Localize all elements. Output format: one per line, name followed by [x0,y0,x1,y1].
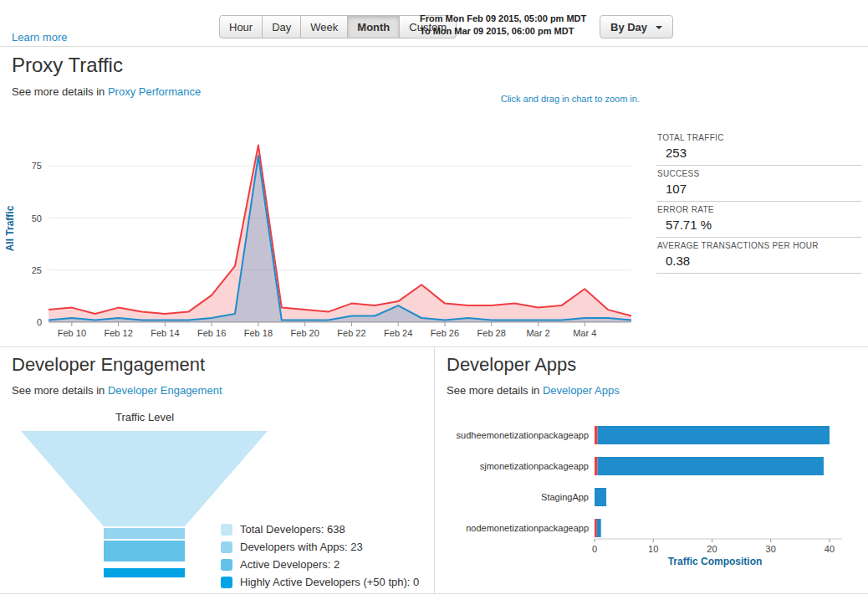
legend-swatch [221,541,232,553]
legend-label: Total Developers: 638 [240,523,345,536]
svg-text:Feb 16: Feb 16 [197,328,226,338]
legend-item-active-developers: Active Developers: 2 [221,558,419,571]
date-from: From Mon Feb 09 2015, 05:00 pm MDT [420,13,586,25]
stat-value: 107 [657,178,861,196]
zoom-hint: Click and drag in chart to zoom in. [389,94,640,104]
analytics-dashboard: { "colors": { "link": "#1e8bc3", "axis_l… [0,0,868,600]
developer-apps-section: Developer Apps See more details in Devel… [435,347,868,593]
apps-details-line: See more details in Developer Apps [447,384,868,397]
legend-item-total-developers: Total Developers: 638 [221,523,419,536]
svg-text:0: 0 [592,544,597,554]
svg-text:Feb 22: Feb 22 [337,328,365,338]
legend-item-developers-with-apps: Developers with Apps: 23 [221,541,419,553]
traffic-composition-axis-label: Traffic Composition [594,556,836,567]
proxy-traffic-title: Proxy Traffic [0,47,868,77]
svg-text:Feb 28: Feb 28 [477,328,506,338]
range-button-day[interactable]: Day [262,15,301,38]
svg-text:Feb 24: Feb 24 [384,328,412,338]
stat-label: TOTAL TRAFFIC [657,133,861,142]
funnel-title: Traffic Level [21,411,268,423]
range-button-hour[interactable]: Hour [219,15,263,38]
range-button-week[interactable]: Week [300,15,348,38]
engagement-details-line: See more details in Developer Engagement [12,384,434,397]
granularity-label: By Day [610,21,647,33]
svg-text:Feb 14: Feb 14 [151,328,179,338]
svg-text:Mar 4: Mar 4 [573,328,596,338]
stat-value: 253 [657,142,861,160]
svg-text:Feb 10: Feb 10 [58,328,86,338]
engagement-details-prefix: See more details in [12,384,108,397]
legend-swatch [221,577,232,588]
svg-text:50: 50 [32,213,42,223]
svg-text:25: 25 [32,265,42,275]
funnel-legend: Total Developers: 638 Developers with Ap… [221,523,419,593]
svg-text:Mar 2: Mar 2 [526,328,549,338]
developer-apps-title: Developer Apps [435,347,868,376]
apps-details-prefix: See more details in [447,384,543,397]
svg-text:Feb 26: Feb 26 [431,328,459,338]
learn-more-link[interactable]: Learn more [12,31,67,44]
svg-text:Feb 20: Feb 20 [291,328,319,338]
svg-text:40: 40 [825,544,835,554]
chevron-down-icon [656,26,662,29]
proxy-traffic-chart[interactable]: 0255075Feb 10Feb 12Feb 14Feb 16Feb 18Feb… [0,130,648,344]
stat-label: ERROR RATE [657,205,861,214]
developer-apps-link[interactable]: Developer Apps [543,384,620,397]
stat-value: 57.71 % [657,214,861,232]
stat-label: SUCCESS [657,169,861,178]
bottom-row: Developer Engagement See more details in… [0,347,868,594]
svg-text:All Traffic: All Traffic [4,205,16,251]
svg-text:StagingApp: StagingApp [541,492,589,502]
svg-text:sjmonetizationpackageapp: sjmonetizationpackageapp [480,461,589,471]
developer-apps-chart: 010203040sudheemonetizationpackageappsjm… [435,418,867,556]
svg-text:30: 30 [766,544,776,554]
granularity-dropdown[interactable]: By Day [600,15,673,38]
svg-text:10: 10 [648,544,658,554]
stat-success: SUCCESS 107 [656,166,861,202]
developer-engagement-section: Developer Engagement See more details in… [0,347,435,593]
proxy-performance-link[interactable]: Proxy Performance [108,85,201,98]
stat-label: AVERAGE TRANSACTIONS PER HOUR [657,241,861,250]
proxy-details-prefix: See more details in [12,85,108,98]
developer-engagement-link[interactable]: Developer Engagement [108,384,222,397]
topbar: Learn more Hour Day Week Month Custom Fr… [0,0,868,47]
stat-value: 0.38 [657,250,861,268]
developer-engagement-title: Developer Engagement [0,347,434,376]
svg-text:nodemonetizationpackageapp: nodemonetizationpackageapp [466,523,589,533]
date-to: To Mon Mar 09 2015, 06:00 pm MDT [420,25,586,38]
range-button-month[interactable]: Month [347,15,400,38]
svg-text:Feb 18: Feb 18 [244,328,273,338]
legend-swatch [221,524,232,536]
stat-total-traffic: TOTAL TRAFFIC 253 [656,130,861,166]
traffic-stats-panel: TOTAL TRAFFIC 253 SUCCESS 107 ERROR RATE… [656,130,861,274]
svg-text:75: 75 [32,161,42,171]
svg-text:0: 0 [37,317,42,327]
proxy-traffic-section: Proxy Traffic See more details in Proxy … [0,47,868,347]
legend-label: Highly Active Developers (+50 tph): 0 [240,576,419,588]
svg-text:sudheemonetizationpackageapp: sudheemonetizationpackageapp [457,430,589,440]
svg-text:Feb 12: Feb 12 [105,328,133,338]
stat-avg-transactions-per-hour: AVERAGE TRANSACTIONS PER HOUR 0.38 [656,238,861,274]
date-range: From Mon Feb 09 2015, 05:00 pm MDT To Mo… [420,13,586,38]
legend-label: Developers with Apps: 23 [240,541,363,553]
legend-label: Active Developers: 2 [240,558,340,571]
legend-item-highly-active-developers: Highly Active Developers (+50 tph): 0 [221,576,419,588]
stat-error-rate: ERROR RATE 57.71 % [656,202,861,238]
svg-text:20: 20 [707,544,717,554]
legend-swatch [221,559,232,571]
